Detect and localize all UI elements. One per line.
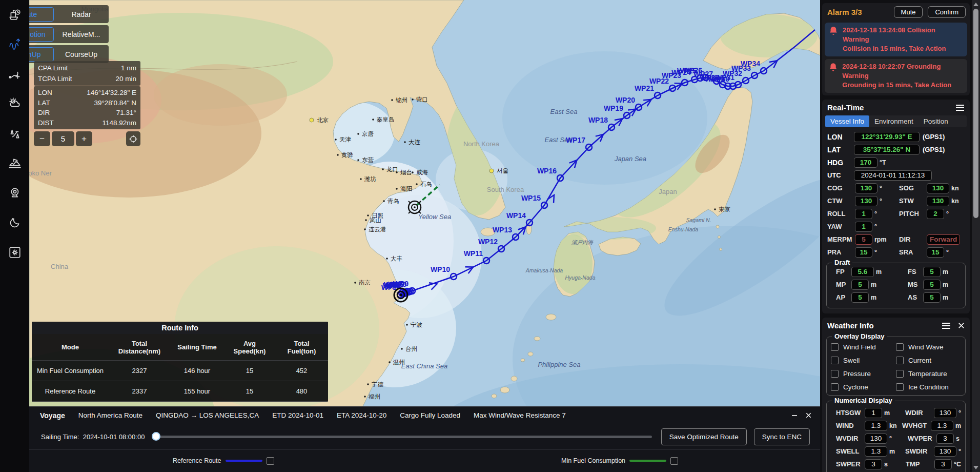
field-value: 130 — [934, 446, 956, 457]
route-optimization-icon[interactable] — [8, 37, 22, 51]
reference-route-checkbox[interactable] — [267, 457, 274, 465]
field-value: 130 — [855, 196, 877, 206]
system-settings-icon[interactable] — [8, 245, 22, 260]
alarm-item[interactable]: 2024-12-18 13:24:08 Collision WarningCol… — [825, 23, 967, 56]
city-label: 北京 — [317, 117, 329, 123]
city-marker — [364, 396, 366, 398]
vessel-lon-row: LON 122°31'29.93" E (GPS1) — [822, 130, 970, 143]
voyage-panel: Voyage North America RouteQINGDAO → LOS … — [29, 406, 820, 472]
city-marker — [337, 154, 339, 156]
wx-row-cell: SWDIR130° — [905, 446, 961, 457]
field-unit: ° — [958, 448, 961, 455]
overlay-checkbox-wind-wave[interactable] — [896, 343, 904, 351]
page-scrollbar[interactable] — [972, 0, 980, 472]
sea-label: Yellow Sea — [418, 213, 451, 221]
waypoint-label-WP20: WP20 — [616, 96, 635, 104]
sync-to-enc-button[interactable]: Sync to ENC — [754, 428, 810, 445]
alarm-item[interactable]: 2024-12-18 10:22:07 Grounding WarningGro… — [825, 59, 967, 93]
field-value: 130 — [927, 196, 949, 206]
city-label: 大丰 — [391, 255, 403, 262]
overlay-checkbox-current[interactable] — [896, 357, 904, 364]
save-optimized-route-button[interactable]: Save Optimized Route — [661, 428, 747, 445]
route-info-cell: 2337 — [109, 381, 170, 402]
overlay-option: Pressure — [831, 370, 896, 378]
voyage-schedule-icon[interactable] — [8, 7, 22, 22]
alarm-text: 2024-12-18 13:24:08 Collision WarningCol… — [843, 26, 963, 53]
field-value: 1 — [855, 209, 872, 219]
scrollbar-thumb[interactable] — [973, 9, 978, 218]
center-ship-button[interactable] — [126, 131, 140, 146]
minimize-icon[interactable] — [791, 412, 798, 419]
overlay-checkbox-temperature[interactable] — [896, 370, 904, 378]
tab-position[interactable]: Position — [918, 115, 953, 127]
route-edit-icon[interactable] — [8, 67, 22, 81]
field-unit: ° — [874, 223, 877, 230]
city-label: 宁波 — [411, 322, 423, 328]
weather-header: Weather Info — [822, 318, 970, 332]
cursor-lon-label: LON — [38, 88, 52, 98]
sea-label-small: Amakusa-Nada — [525, 267, 563, 273]
city-marker — [360, 178, 362, 180]
relative-motion-button[interactable]: RelativeM... — [55, 27, 108, 42]
rt-pair-row-cell: PITCH2° — [899, 209, 949, 219]
waypoint-label-WP12: WP12 — [478, 238, 498, 246]
course-up-button[interactable]: CourseUp — [55, 47, 108, 62]
navigation-marks-icon[interactable] — [8, 126, 22, 141]
voyage-item: QINGDAO → LOS ANGELES,CA — [156, 411, 259, 419]
field-unit: ° — [874, 210, 877, 218]
field-unit: m — [943, 294, 948, 301]
min-fuel-checkbox[interactable] — [670, 457, 678, 465]
radar-mode-button[interactable]: Radar — [55, 7, 108, 22]
zoom-in-button[interactable]: + — [76, 131, 92, 146]
close-icon[interactable] — [805, 412, 812, 419]
weather-menu-icon[interactable] — [942, 322, 951, 329]
overlay-label: Wind Field — [843, 343, 876, 351]
wx-rows: HTSGW1mWDIR130°WIND1.3knWVHGT1.3mWVDIR13… — [831, 403, 961, 472]
route-info-cell: 2327 — [109, 361, 170, 381]
overlay-checkbox-cyclone[interactable] — [831, 383, 839, 391]
rt-pair-row: PRA15°SRA15° — [822, 246, 970, 259]
route-info-cell: 480 — [275, 381, 328, 402]
weather-icon[interactable] — [8, 96, 22, 111]
time-slider-thumb[interactable] — [152, 432, 160, 441]
waypoint-label-WP13: WP13 — [493, 226, 512, 234]
realtime-panel: Real-Time Vessel InfoEnvironmentPosition… — [822, 100, 970, 313]
tab-vessel-info[interactable]: Vessel Info — [825, 115, 869, 127]
field-value: 5 — [851, 292, 869, 303]
overlay-checkbox-wind-field[interactable] — [831, 343, 839, 351]
overlay-checkbox-ice-condition[interactable] — [896, 383, 904, 391]
rt-pair-row-cell: DIRForward — [899, 234, 960, 245]
overlay-label: Cyclone — [843, 383, 868, 391]
overlay-option: Wind Field — [831, 343, 896, 351]
overlay-checkbox-swell[interactable] — [831, 357, 839, 364]
menu-icon[interactable] — [955, 104, 965, 111]
weather-close-icon[interactable] — [958, 322, 965, 329]
field-label: PITCH — [899, 210, 927, 218]
field-value: 5 — [923, 292, 941, 303]
voyage-label: Voyage — [40, 411, 65, 420]
grounding-alert-icon[interactable] — [8, 156, 22, 170]
cpa-limit-label: CPA Limit — [38, 63, 68, 73]
zoom-out-button[interactable]: − — [34, 131, 50, 146]
scroll-up-arrow[interactable] — [973, 3, 978, 6]
vessel-lon-label: LON — [827, 133, 854, 141]
mute-button[interactable]: Mute — [894, 6, 923, 18]
overlay-checkbox-pressure[interactable] — [831, 370, 839, 378]
scroll-down-arrow[interactable] — [973, 466, 978, 469]
waypoint-label-WP10: WP10 — [431, 265, 450, 273]
draft-row: AP5mAS5m — [831, 291, 961, 304]
field-value: 130 — [855, 183, 877, 193]
tab-environment[interactable]: Environment — [869, 115, 918, 127]
confirm-button[interactable]: Confirm — [928, 6, 966, 18]
overlay-options: Wind FieldWind WaveSwellCurrentPressureT… — [831, 339, 961, 391]
city-label: 石岛 — [420, 181, 432, 187]
rt-pair-row: COG130°SOG130kn — [822, 182, 970, 194]
voyage-item: ETA 2024-10-20 — [337, 411, 386, 419]
draft-row: FP5.6mFS5m — [831, 265, 961, 278]
night-mode-icon[interactable] — [8, 215, 22, 230]
time-slider-track[interactable] — [153, 436, 651, 438]
field-value: 1 — [865, 408, 882, 418]
surveillance-icon[interactable] — [8, 186, 22, 200]
field-unit: ° — [874, 249, 877, 256]
field-label: SRA — [899, 248, 927, 256]
